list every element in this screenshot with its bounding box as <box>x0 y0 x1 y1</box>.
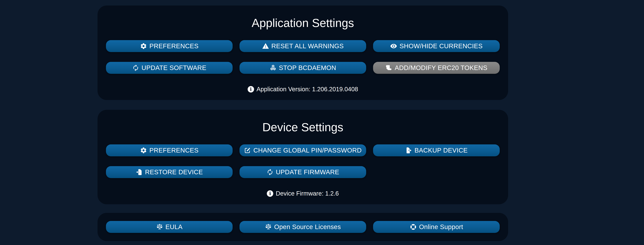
button-label: SHOW/HIDE CURRENCIES <box>400 42 482 50</box>
show-hide-currencies-button[interactable]: SHOW/HIDE CURRENCIES <box>373 40 500 52</box>
button-label: RESET ALL WARNINGS <box>272 42 344 50</box>
button-label: UPDATE SOFTWARE <box>142 64 206 71</box>
device-settings-button-grid: PREFERENCES CHANGE GLOBAL PIN/PASSWORD B… <box>106 144 500 178</box>
file-import-icon <box>136 169 143 176</box>
button-label: RESTORE DEVICE <box>145 168 203 176</box>
backup-device-button[interactable]: BACKUP DEVICE <box>373 144 500 156</box>
online-support-button[interactable]: Online Support <box>373 221 500 233</box>
edit-icon <box>244 147 251 154</box>
file-export-icon <box>405 147 412 154</box>
balance-scale-icon <box>156 224 163 231</box>
eula-button[interactable]: EULA <box>106 221 232 233</box>
cubes-icon <box>270 64 276 71</box>
life-ring-icon <box>410 224 417 231</box>
device-settings-card: Device Settings PREFERENCES CHANGE GLOBA… <box>98 110 508 204</box>
sync-icon <box>132 64 139 71</box>
device-settings-title: Device Settings <box>106 120 500 134</box>
gear-icon <box>140 42 147 50</box>
change-global-pin-password-button[interactable]: CHANGE GLOBAL PIN/PASSWORD <box>240 144 366 156</box>
info-icon: i <box>248 86 254 92</box>
application-settings-card: Application Settings PREFERENCES RESET A… <box>98 5 508 100</box>
app-preferences-button[interactable]: PREFERENCES <box>106 40 232 52</box>
button-label: PREFERENCES <box>149 42 198 50</box>
device-firmware-text: Device Firmware: 1.2.6 <box>276 190 339 197</box>
button-label: EULA <box>166 223 182 231</box>
button-label: Open Source Licenses <box>274 223 341 231</box>
reset-all-warnings-button[interactable]: RESET ALL WARNINGS <box>240 40 366 52</box>
add-modify-erc20-tokens-button[interactable]: ADD/MODIFY ERC20 TOKENS <box>373 62 500 74</box>
device-preferences-button[interactable]: PREFERENCES <box>106 144 232 156</box>
button-label: PREFERENCES <box>149 147 198 154</box>
application-version-note: i Application Version: 1.206.2019.0408 <box>106 86 500 93</box>
device-firmware-note: i Device Firmware: 1.2.6 <box>106 190 500 197</box>
button-label: ADD/MODIFY ERC20 TOKENS <box>395 64 487 71</box>
application-version-text: Application Version: 1.206.2019.0408 <box>256 86 358 93</box>
restore-device-button[interactable]: RESTORE DEVICE <box>106 166 232 178</box>
update-software-button[interactable]: UPDATE SOFTWARE <box>106 62 232 74</box>
scroll-icon <box>385 64 392 71</box>
balance-scale-icon <box>265 224 272 231</box>
gear-icon <box>140 147 147 154</box>
update-firmware-button[interactable]: UPDATE FIRMWARE <box>240 166 366 178</box>
warning-icon <box>262 42 269 50</box>
stop-bcdaemon-button[interactable]: STOP BCDAEMON <box>240 62 366 74</box>
application-settings-button-grid: PREFERENCES RESET ALL WARNINGS SHOW/HIDE… <box>106 40 500 74</box>
sync-icon <box>266 169 274 176</box>
legal-support-card: EULA Open Source Licenses <box>98 213 508 241</box>
info-icon: i <box>267 190 273 197</box>
button-label: CHANGE GLOBAL PIN/PASSWORD <box>253 147 362 154</box>
button-label: UPDATE FIRMWARE <box>276 168 339 176</box>
eye-icon <box>390 42 397 50</box>
legal-support-button-grid: EULA Open Source Licenses <box>106 221 500 233</box>
application-settings-title: Application Settings <box>106 16 500 30</box>
button-label: BACKUP DEVICE <box>414 147 468 154</box>
button-label: STOP BCDAEMON <box>279 64 336 71</box>
button-label: Online Support <box>419 223 463 231</box>
open-source-licenses-button[interactable]: Open Source Licenses <box>240 221 366 233</box>
